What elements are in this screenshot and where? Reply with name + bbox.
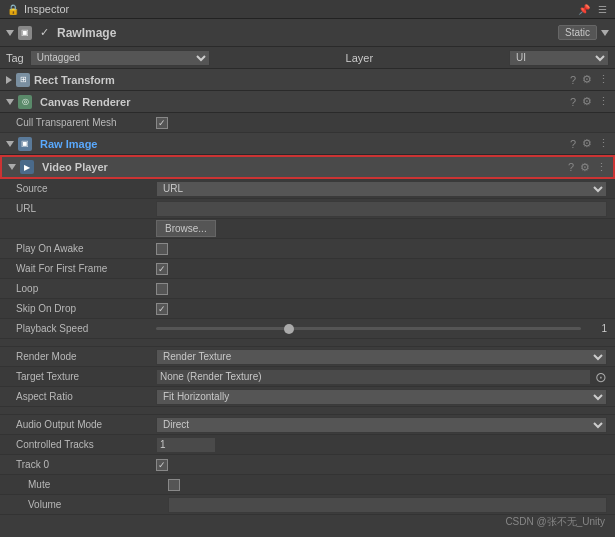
render-mode-select[interactable]: Render Texture: [156, 349, 607, 365]
tag-layer-row: Tag Untagged Layer UI: [0, 47, 615, 69]
source-select[interactable]: URL: [156, 181, 607, 197]
volume-input[interactable]: [168, 497, 607, 513]
canvas-more-icon[interactable]: ⋮: [598, 95, 609, 108]
rawimage-help-icon[interactable]: ?: [570, 138, 576, 150]
vp-help-icon[interactable]: ?: [568, 161, 574, 174]
title-bar: 🔒 Inspector 📌 ☰: [0, 0, 615, 19]
target-texture-circle-icon[interactable]: ⊙: [595, 369, 607, 385]
render-mode-label: Render Mode: [16, 351, 156, 362]
playback-speed-thumb[interactable]: [284, 324, 294, 334]
spacer-1: [0, 339, 615, 347]
url-label: URL: [16, 203, 156, 214]
browse-row: Browse...: [0, 219, 615, 239]
canvas-renderer-section: ◎ Canvas Renderer ? ⚙ ⋮: [0, 91, 615, 113]
rawimage-more-icon[interactable]: ⋮: [598, 137, 609, 150]
static-dropdown-icon[interactable]: [601, 30, 609, 36]
raw-image-section: ▣ Raw Image ? ⚙ ⋮: [0, 133, 615, 155]
playback-speed-track[interactable]: [156, 327, 581, 330]
playback-speed-value: 1: [587, 323, 607, 334]
lock-icon: 🔒: [6, 2, 20, 16]
controlled-tracks-label: Controlled Tracks: [16, 439, 156, 450]
expand-icon[interactable]: [6, 30, 14, 36]
vp-more-icon[interactable]: ⋮: [596, 161, 607, 174]
object-check[interactable]: ✓: [40, 26, 49, 39]
playback-speed-row: Playback Speed 1: [0, 319, 615, 339]
static-button[interactable]: Static: [558, 25, 597, 40]
play-on-awake-row: Play On Awake: [0, 239, 615, 259]
mute-row: Mute: [0, 475, 615, 495]
render-mode-row: Render Mode Render Texture: [0, 347, 615, 367]
url-input[interactable]: [156, 201, 607, 217]
playback-speed-label: Playback Speed: [16, 323, 156, 334]
rect-expand-icon[interactable]: [6, 76, 12, 84]
track0-label: Track 0: [16, 459, 156, 470]
rect-transform-section: ⊞ Rect Transform ? ⚙ ⋮: [0, 69, 615, 91]
aspect-ratio-select[interactable]: Fit Horizontally: [156, 389, 607, 405]
rect-gear-icon[interactable]: ⚙: [582, 73, 592, 86]
track0-checkbox[interactable]: [156, 459, 168, 471]
canvas-renderer-label: Canvas Renderer: [40, 96, 131, 108]
rect-more-icon[interactable]: ⋮: [598, 73, 609, 86]
rect-help-icon[interactable]: ?: [570, 74, 576, 86]
canvas-expand-icon[interactable]: [6, 99, 14, 105]
raw-image-label: Raw Image: [40, 138, 97, 150]
pin-icon[interactable]: 📌: [577, 2, 591, 16]
watermark: CSDN @张不无_Unity: [505, 515, 605, 529]
aspect-ratio-row: Aspect Ratio Fit Horizontally: [0, 387, 615, 407]
aspect-ratio-label: Aspect Ratio: [16, 391, 156, 402]
skip-on-drop-label: Skip On Drop: [16, 303, 156, 314]
object-icon: ▣: [18, 26, 32, 40]
layer-label: Layer: [346, 52, 374, 64]
rawimage-icon: ▣: [18, 137, 32, 151]
cull-checkbox[interactable]: [156, 117, 168, 129]
skip-on-drop-checkbox[interactable]: [156, 303, 168, 315]
menu-icon[interactable]: ☰: [595, 2, 609, 16]
target-texture-row: Target Texture ⊙: [0, 367, 615, 387]
mute-label: Mute: [28, 479, 168, 490]
tag-select[interactable]: Untagged: [30, 50, 210, 66]
videoplayer-icon: ▶: [20, 160, 34, 174]
wait-first-frame-checkbox[interactable]: [156, 263, 168, 275]
skip-on-drop-row: Skip On Drop: [0, 299, 615, 319]
object-name: RawImage: [57, 26, 116, 40]
audio-output-mode-label: Audio Output Mode: [16, 419, 156, 430]
target-texture-input[interactable]: [156, 369, 591, 385]
controlled-tracks-input[interactable]: [156, 437, 216, 453]
controlled-tracks-row: Controlled Tracks: [0, 435, 615, 455]
play-on-awake-checkbox[interactable]: [156, 243, 168, 255]
videoplayer-expand-icon[interactable]: [8, 164, 16, 170]
volume-row: Volume: [0, 495, 615, 515]
source-row: Source URL: [0, 179, 615, 199]
loop-row: Loop: [0, 279, 615, 299]
canvas-icon: ◎: [18, 95, 32, 109]
source-label: Source: [16, 183, 156, 194]
rawimage-gear-icon[interactable]: ⚙: [582, 137, 592, 150]
mute-checkbox[interactable]: [168, 479, 180, 491]
wait-first-frame-label: Wait For First Frame: [16, 263, 156, 274]
layer-select[interactable]: UI: [509, 50, 609, 66]
rect-transform-label: Rect Transform: [34, 74, 115, 86]
video-player-section: ▶ Video Player ? ⚙ ⋮: [0, 155, 615, 179]
canvas-help-icon[interactable]: ?: [570, 96, 576, 108]
wait-first-frame-row: Wait For First Frame: [0, 259, 615, 279]
inspector-title: Inspector: [24, 3, 69, 15]
spacer-2: [0, 407, 615, 415]
url-row: URL: [0, 199, 615, 219]
loop-checkbox[interactable]: [156, 283, 168, 295]
rawimage-expand-icon[interactable]: [6, 141, 14, 147]
browse-button[interactable]: Browse...: [156, 220, 216, 237]
audio-output-mode-select[interactable]: Direct: [156, 417, 607, 433]
loop-label: Loop: [16, 283, 156, 294]
object-header: ▣ ✓ RawImage Static: [0, 19, 615, 47]
track0-row: Track 0: [0, 455, 615, 475]
rect-icon: ⊞: [16, 73, 30, 87]
video-player-label: Video Player: [42, 161, 108, 173]
volume-label: Volume: [28, 499, 168, 510]
tag-label: Tag: [6, 52, 24, 64]
cull-label: Cull Transparent Mesh: [16, 117, 156, 128]
target-texture-label: Target Texture: [16, 371, 156, 382]
canvas-gear-icon[interactable]: ⚙: [582, 95, 592, 108]
audio-output-mode-row: Audio Output Mode Direct: [0, 415, 615, 435]
play-on-awake-label: Play On Awake: [16, 243, 156, 254]
vp-gear-icon[interactable]: ⚙: [580, 161, 590, 174]
